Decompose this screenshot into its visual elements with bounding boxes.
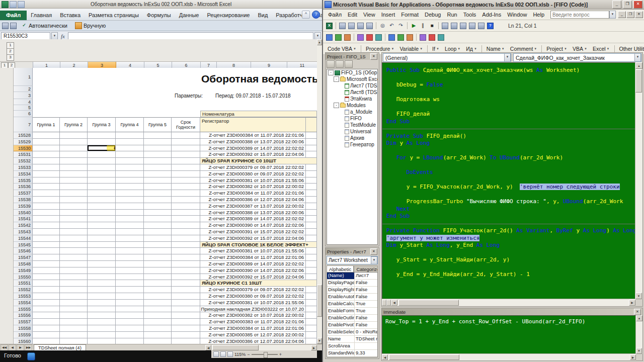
grid-cell[interactable] xyxy=(88,242,116,248)
grid-cell[interactable] xyxy=(60,235,88,242)
grid-cell[interactable] xyxy=(172,229,200,235)
grid-cell[interactable] xyxy=(306,248,317,254)
tree-item-fifo-1s-обор[interactable]: -FIFO_1S (Обор xyxy=(327,69,377,76)
grid-cell[interactable] xyxy=(172,164,200,171)
outdent-icon[interactable] xyxy=(396,33,405,42)
grid-cell[interactable] xyxy=(306,312,317,319)
grid-cell[interactable] xyxy=(306,139,317,145)
grid-cell[interactable] xyxy=(144,151,172,158)
grid-cell[interactable] xyxy=(116,164,144,171)
grid-cell[interactable] xyxy=(144,216,172,222)
grid-cell[interactable] xyxy=(116,203,144,210)
tree-item-архив[interactable]: Архив xyxy=(327,135,377,141)
row-header-15548[interactable]: 15548 xyxy=(14,261,33,267)
undo-icon[interactable] xyxy=(18,1,25,8)
grid-cell[interactable] xyxy=(306,261,317,267)
grid-cell[interactable] xyxy=(144,235,172,242)
taskbar-app-icon[interactable] xyxy=(27,352,35,360)
grid-cell[interactable] xyxy=(144,210,172,216)
grid-cell-registrator[interactable]: Z-отчет Z3DI000381 от 10.07.2018 21:55:0… xyxy=(200,248,306,254)
immediate-horizontal-scrollbar[interactable]: ◀ ▶ xyxy=(382,353,636,360)
grid-cell[interactable] xyxy=(306,190,317,197)
grid-cell[interactable] xyxy=(144,190,172,197)
grid-cell[interactable] xyxy=(172,254,200,261)
row-header-3[interactable]: 3 xyxy=(14,92,33,99)
grid-cell[interactable] xyxy=(88,132,116,139)
grid-cell[interactable] xyxy=(144,139,172,145)
grid-cell-registrator[interactable]: Z-отчет Z3DI000388 от 13.07.2018 22:00:0… xyxy=(200,139,306,145)
grid-cell[interactable] xyxy=(116,235,144,242)
grid-cell[interactable] xyxy=(33,139,60,145)
property-row[interactable]: DisplayRightFalse xyxy=(327,287,377,294)
grid-cell[interactable] xyxy=(306,274,317,281)
help-icon[interactable]: ? xyxy=(486,22,495,30)
code-vertical-scrollbar[interactable]: ▲ ▼ xyxy=(635,62,642,299)
row-header-15545[interactable]: 15545 xyxy=(14,242,33,248)
scroll-left-icon[interactable]: ◀ xyxy=(205,345,211,350)
grid-cell[interactable] xyxy=(172,151,200,158)
grid-cell[interactable] xyxy=(88,197,116,203)
paste-icon[interactable] xyxy=(365,22,374,30)
row-header-15559[interactable]: 15559 xyxy=(14,332,33,338)
page-break-view-icon[interactable] xyxy=(227,351,233,357)
grid-cell[interactable] xyxy=(306,338,317,344)
codevba-project-button[interactable]: Project▼ xyxy=(544,45,570,53)
tree-item-universal[interactable]: Universal xyxy=(327,128,377,135)
grid-cell[interactable] xyxy=(144,158,172,164)
grid-cell[interactable] xyxy=(306,287,317,293)
calc-manual-button[interactable]: Вручную xyxy=(72,21,109,30)
zoom-out-icon[interactable]: − xyxy=(247,352,250,357)
grid-cell[interactable] xyxy=(144,222,172,229)
grid-cell[interactable] xyxy=(33,184,60,190)
grid-cell[interactable] xyxy=(172,261,200,267)
row-header-15560[interactable]: 15560 xyxy=(14,338,33,344)
row-header-15553[interactable]: 15553 xyxy=(14,293,33,300)
grid-cell[interactable] xyxy=(116,261,144,267)
codevba-comment-button[interactable]: Comment▼ xyxy=(508,45,539,53)
property-row[interactable]: StandardWid9,33 xyxy=(327,350,377,357)
immediate-vertical-scrollbar[interactable]: ▲ ▼ xyxy=(635,315,642,354)
grid-cell[interactable] xyxy=(172,248,200,254)
ribbon-tab-file[interactable]: Файл xyxy=(0,11,27,20)
grid-cell[interactable] xyxy=(60,184,88,190)
options-icon[interactable] xyxy=(437,33,445,42)
grid-cell[interactable] xyxy=(88,235,116,242)
row-header-7[interactable]: 7 xyxy=(14,117,33,132)
grid-cell-registrator[interactable]: Z-отчет Z3DI000381 от 10.07.2018 21:55:0… xyxy=(200,177,306,184)
codevba-variable-button[interactable]: Variable▼ xyxy=(397,45,425,53)
menu-format[interactable]: Format xyxy=(398,11,422,19)
other-utilities-button[interactable]: Other Utilities▼ xyxy=(617,45,644,53)
grid-cell[interactable] xyxy=(88,332,116,338)
hscrollbar-thumb[interactable] xyxy=(212,345,259,350)
close-project-panel-icon[interactable]: ✕ xyxy=(370,53,377,60)
question-input[interactable]: Введите вопрос xyxy=(550,11,609,19)
grid-cell[interactable] xyxy=(172,139,200,145)
comment-block-icon[interactable] xyxy=(365,33,374,42)
grid-cell[interactable] xyxy=(88,203,116,210)
grid-cell[interactable] xyxy=(116,158,144,164)
property-row[interactable]: EnableOutlinFalse xyxy=(327,315,377,322)
grid-cell[interactable] xyxy=(60,139,88,145)
grid-cell[interactable] xyxy=(33,177,60,184)
codevba-code-vba-button[interactable]: Code VBA▼ xyxy=(325,45,359,53)
grid-cell[interactable] xyxy=(144,300,172,306)
split-handle[interactable] xyxy=(386,300,391,306)
grid-cell[interactable] xyxy=(306,184,317,190)
tree-item-fifo[interactable]: FIFO xyxy=(327,115,377,122)
property-row[interactable]: EnablePivotTFalse xyxy=(327,322,377,329)
grid-cell[interactable] xyxy=(60,222,88,229)
grid-cell-registrator[interactable]: Z-отчет Z3DI000392 от 15.07.2018 22:04:0… xyxy=(200,274,306,281)
run-icon[interactable]: ▶ xyxy=(410,22,418,30)
grid-cell[interactable] xyxy=(172,274,200,281)
zoom-level[interactable]: 115% xyxy=(234,352,246,357)
grid-cell-registrator[interactable]: Z-отчет Z3DI000389 от 14.07.2018 22:02:0… xyxy=(200,216,306,222)
grid-cell[interactable] xyxy=(116,197,144,203)
grid-cell-registrator[interactable]: Z-отчет Z3DI000387 от 13.07.2018 22:00:0… xyxy=(200,203,306,210)
view-code-icon[interactable] xyxy=(327,60,335,68)
grid-cell[interactable] xyxy=(88,158,116,164)
tree-item-генератор[interactable]: Генератор xyxy=(327,141,377,148)
scroll-up-icon[interactable]: ▲ xyxy=(317,39,322,45)
code-cleaner-icon[interactable] xyxy=(419,33,427,42)
grid-cell[interactable] xyxy=(144,177,172,184)
grid-cell[interactable] xyxy=(33,190,60,197)
